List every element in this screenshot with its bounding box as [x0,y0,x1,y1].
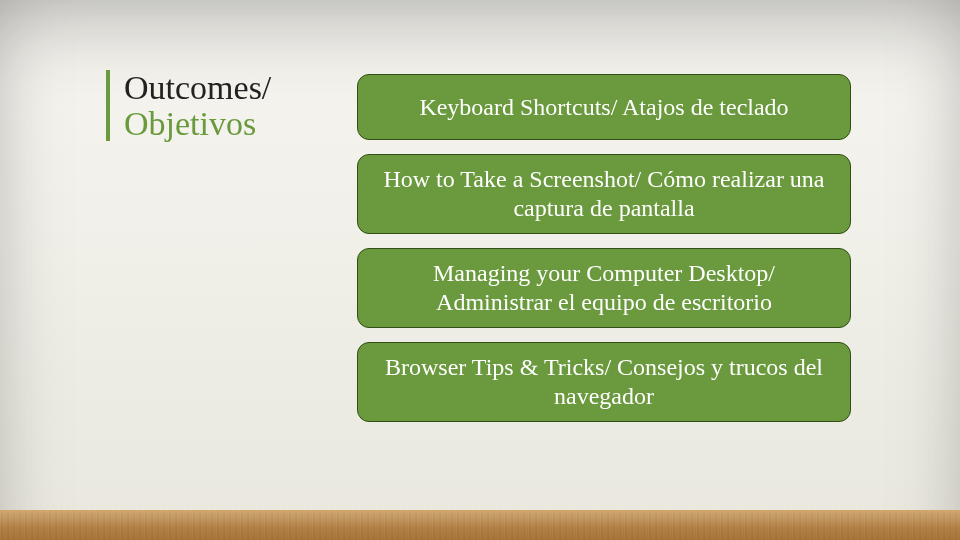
slide-title-block: Outcomes/ Objetivos [106,70,271,141]
outcome-item: Browser Tips & Tricks/ Consejos y trucos… [357,342,851,422]
outcome-item-label: Managing your Computer Desktop/ Administ… [380,259,828,317]
slide: Outcomes/ Objetivos Keyboard Shortcuts/ … [0,0,960,540]
outcome-list: Keyboard Shortcuts/ Atajos de teclado Ho… [357,74,851,422]
outcome-item-label: How to Take a Screenshot/ Cómo realizar … [380,165,828,223]
outcome-item: Managing your Computer Desktop/ Administ… [357,248,851,328]
outcome-item: How to Take a Screenshot/ Cómo realizar … [357,154,851,234]
outcome-item-label: Browser Tips & Tricks/ Consejos y trucos… [380,353,828,411]
title-line-2: Objetivos [124,106,271,142]
outcome-item-label: Keyboard Shortcuts/ Atajos de teclado [419,93,788,122]
wood-footer [0,510,960,540]
title-line-1: Outcomes/ [124,70,271,106]
outcome-item: Keyboard Shortcuts/ Atajos de teclado [357,74,851,140]
